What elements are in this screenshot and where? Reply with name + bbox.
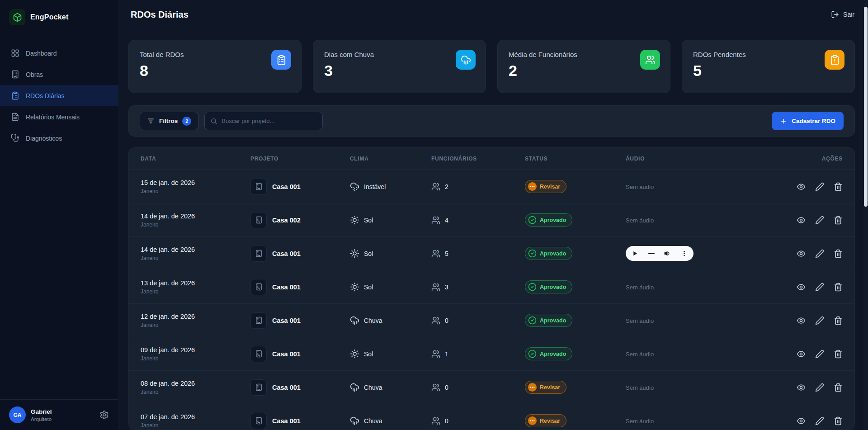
row-month: Janeiro — [141, 188, 250, 194]
project-name: Casa 001 — [272, 350, 301, 358]
filters-label: Filtros — [159, 118, 178, 124]
sun-icon — [350, 282, 359, 292]
column-header-clima: CLIMA — [350, 156, 431, 162]
stat-label: RDOs Pendentes — [693, 51, 844, 58]
cloud-rain-icon — [350, 383, 359, 392]
row-date: 09 de jan. de 2026 — [141, 346, 250, 354]
sidebar-item-relatorios-mensais[interactable]: Relatórios Mensais — [0, 106, 118, 128]
users-icon — [431, 249, 440, 258]
edit-button[interactable] — [815, 283, 824, 292]
delete-button[interactable] — [834, 350, 843, 359]
project-name: Casa 001 — [272, 183, 301, 190]
table-row: 14 de jan. de 2026 Janeiro Casa 001 Sol … — [129, 237, 854, 270]
view-button[interactable] — [797, 350, 806, 359]
edit-button[interactable] — [815, 350, 824, 359]
page-title: RDOs Diárias — [131, 9, 189, 20]
view-button[interactable] — [797, 283, 806, 292]
edit-button[interactable] — [815, 383, 824, 392]
delete-button[interactable] — [834, 416, 843, 425]
add-rdo-label: Cadastrar RDO — [792, 118, 835, 124]
edit-button[interactable] — [815, 216, 824, 225]
audio-status: Sem áudio — [626, 317, 654, 324]
sidebar-item-rdos-diarias[interactable]: RDOs Diárias — [0, 85, 118, 106]
row-date: 12 de jan. de 2026 — [141, 313, 250, 320]
sidebar-item-diagnosticos[interactable]: Diagnósticos — [0, 128, 118, 149]
project-building-icon — [250, 212, 267, 228]
view-button[interactable] — [797, 383, 806, 392]
stat-value: 5 — [693, 62, 844, 80]
play-button[interactable] — [632, 250, 638, 257]
delete-button[interactable] — [834, 216, 843, 225]
seek-bar[interactable] — [648, 253, 655, 254]
users-icon — [431, 350, 440, 359]
status-label: Aprovado — [540, 217, 566, 223]
row-month: Janeiro — [141, 322, 250, 328]
status-badge: Aprovado — [525, 314, 572, 327]
sidebar-nav: Dashboard Obras RDOs Diárias Relatórios … — [0, 43, 118, 149]
row-date: 14 de jan. de 2026 — [141, 246, 250, 253]
filters-count-badge: 2 — [182, 117, 191, 126]
project-building-icon — [250, 346, 267, 362]
users-icon — [431, 383, 440, 392]
weather-label: Sol — [364, 350, 373, 358]
delete-button[interactable] — [834, 182, 843, 191]
delete-button[interactable] — [834, 316, 843, 325]
stat-card: Total de RDOs 8 — [128, 40, 302, 93]
column-header-funcionarios: FUNCIONÁRIOS — [431, 156, 525, 162]
users-icon — [640, 50, 660, 70]
row-date: 15 de jan. de 2026 — [141, 179, 250, 186]
project-building-icon — [250, 312, 267, 329]
audio-player[interactable] — [626, 246, 693, 261]
project-name: Casa 001 — [272, 384, 301, 391]
stat-card: Média de Funcionários 2 — [497, 40, 670, 93]
audio-menu-button[interactable] — [681, 250, 688, 257]
delete-button[interactable] — [834, 283, 843, 292]
sidebar-item-obras[interactable]: Obras — [0, 64, 118, 85]
avatar: GA — [9, 406, 26, 423]
add-rdo-button[interactable]: Cadastrar RDO — [772, 112, 844, 130]
row-date: 08 de jan. de 2026 — [141, 380, 250, 387]
column-header-status: STATUS — [525, 156, 626, 162]
delete-button[interactable] — [834, 249, 843, 258]
sun-icon — [350, 249, 359, 258]
status-badge: Aprovado — [525, 347, 572, 360]
view-button[interactable] — [797, 416, 806, 425]
view-button[interactable] — [797, 182, 806, 191]
scrollbar-thumb[interactable] — [864, 7, 868, 207]
status-badge: Aprovado — [525, 247, 572, 260]
audio-status: Sem áudio — [626, 351, 654, 358]
topbar: RDOs Diárias Sair — [118, 0, 868, 29]
cloud-drizzle-icon — [350, 182, 359, 191]
search-input[interactable] — [222, 118, 317, 124]
filter-icon — [147, 117, 155, 125]
weather-label: Chuva — [364, 417, 382, 425]
logout-button[interactable]: Sair — [831, 10, 854, 19]
edit-button[interactable] — [815, 182, 824, 191]
stat-label: Média de Funcionários — [509, 51, 659, 58]
project-name: Casa 001 — [272, 284, 301, 291]
volume-button[interactable] — [664, 250, 671, 257]
view-button[interactable] — [797, 249, 806, 258]
settings-button[interactable] — [99, 410, 109, 420]
edit-button[interactable] — [815, 249, 824, 258]
filters-button[interactable]: Filtros 2 — [140, 112, 198, 130]
sidebar-item-dashboard[interactable]: Dashboard — [0, 43, 118, 64]
user-role: Arquiteto — [31, 416, 52, 422]
row-month: Janeiro — [141, 288, 250, 295]
row-month: Janeiro — [141, 422, 250, 429]
table-header: DATA PROJETO CLIMA FUNCIONÁRIOS STATUS Á… — [129, 148, 854, 170]
employee-count: 4 — [445, 217, 448, 224]
stethoscope-icon — [11, 134, 19, 142]
view-button[interactable] — [797, 216, 806, 225]
stat-card: Dias com Chuva 3 — [313, 40, 486, 93]
app-root: EngPocket Dashboard Obras RDOs Diárias R… — [0, 0, 868, 430]
delete-button[interactable] — [834, 383, 843, 392]
view-button[interactable] — [797, 316, 806, 325]
check-circle-icon — [528, 350, 537, 358]
sidebar: EngPocket Dashboard Obras RDOs Diárias R… — [0, 0, 118, 430]
check-circle-icon — [528, 249, 537, 258]
edit-button[interactable] — [815, 316, 824, 325]
scrollbar[interactable] — [863, 0, 868, 430]
status-label: Aprovado — [540, 317, 566, 324]
edit-button[interactable] — [815, 416, 824, 425]
